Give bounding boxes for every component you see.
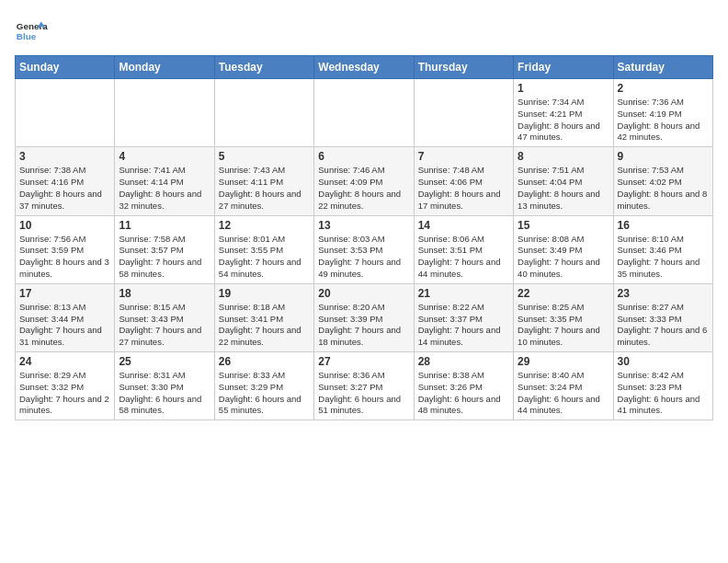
calendar-cell [115,79,214,147]
calendar: SundayMondayTuesdayWednesdayThursdayFrid… [15,55,713,420]
calendar-cell: 13Sunrise: 8:03 AMSunset: 3:53 PMDayligh… [314,215,414,283]
day-number: 16 [618,219,709,232]
day-number: 21 [418,287,509,300]
day-info: Sunrise: 8:15 AMSunset: 3:43 PMDaylight:… [119,302,210,349]
calendar-cell: 10Sunrise: 7:56 AMSunset: 3:59 PMDayligh… [16,215,115,283]
calendar-cell: 23Sunrise: 8:27 AMSunset: 3:33 PMDayligh… [613,283,712,351]
day-number: 29 [518,355,609,368]
calendar-cell [214,79,313,147]
calendar-cell: 12Sunrise: 8:01 AMSunset: 3:55 PMDayligh… [214,215,313,283]
day-number: 10 [19,219,110,232]
calendar-cell: 14Sunrise: 8:06 AMSunset: 3:51 PMDayligh… [414,215,513,283]
day-number: 22 [518,287,609,300]
day-info: Sunrise: 7:46 AMSunset: 4:09 PMDaylight:… [318,165,409,212]
calendar-cell: 6Sunrise: 7:46 AMSunset: 4:09 PMDaylight… [314,147,414,215]
day-number: 28 [418,355,509,368]
day-number: 9 [618,150,709,163]
day-info: Sunrise: 7:58 AMSunset: 3:57 PMDaylight:… [119,234,210,281]
day-number: 25 [119,355,210,368]
calendar-cell: 27Sunrise: 8:36 AMSunset: 3:27 PMDayligh… [314,352,414,420]
day-info: Sunrise: 7:48 AMSunset: 4:06 PMDaylight:… [418,165,509,212]
day-info: Sunrise: 8:29 AMSunset: 3:32 PMDaylight:… [19,370,110,417]
day-info: Sunrise: 8:42 AMSunset: 3:23 PMDaylight:… [618,370,709,417]
day-info: Sunrise: 8:33 AMSunset: 3:29 PMDaylight:… [219,370,310,417]
day-number: 1 [518,82,609,95]
weekday-header: Friday [514,56,613,79]
calendar-cell: 5Sunrise: 7:43 AMSunset: 4:11 PMDaylight… [214,147,313,215]
day-number: 18 [119,287,210,300]
day-info: Sunrise: 8:06 AMSunset: 3:51 PMDaylight:… [418,234,509,281]
calendar-cell [414,79,513,147]
day-info: Sunrise: 8:10 AMSunset: 3:46 PMDaylight:… [618,234,709,281]
calendar-cell: 7Sunrise: 7:48 AMSunset: 4:06 PMDaylight… [414,147,513,215]
day-number: 5 [219,150,310,163]
day-info: Sunrise: 8:22 AMSunset: 3:37 PMDaylight:… [418,302,509,349]
calendar-cell: 11Sunrise: 7:58 AMSunset: 3:57 PMDayligh… [115,215,214,283]
weekday-header: Monday [115,56,214,79]
calendar-cell [314,79,414,147]
calendar-cell [16,79,115,147]
day-info: Sunrise: 8:25 AMSunset: 3:35 PMDaylight:… [518,302,609,349]
calendar-cell: 15Sunrise: 8:08 AMSunset: 3:49 PMDayligh… [514,215,613,283]
day-info: Sunrise: 8:01 AMSunset: 3:55 PMDaylight:… [219,234,310,281]
day-number: 7 [418,150,509,163]
weekday-header: Wednesday [314,56,414,79]
calendar-cell: 24Sunrise: 8:29 AMSunset: 3:32 PMDayligh… [16,352,115,420]
day-info: Sunrise: 8:38 AMSunset: 3:26 PMDaylight:… [418,370,509,417]
day-info: Sunrise: 8:20 AMSunset: 3:39 PMDaylight:… [318,302,409,349]
day-info: Sunrise: 7:34 AMSunset: 4:21 PMDaylight:… [518,97,609,144]
day-info: Sunrise: 8:36 AMSunset: 3:27 PMDaylight:… [318,370,409,417]
day-info: Sunrise: 8:40 AMSunset: 3:24 PMDaylight:… [518,370,609,417]
weekday-header: Sunday [16,56,115,79]
day-number: 17 [19,287,110,300]
day-info: Sunrise: 7:41 AMSunset: 4:14 PMDaylight:… [119,165,210,212]
day-info: Sunrise: 7:43 AMSunset: 4:11 PMDaylight:… [219,165,310,212]
day-number: 30 [618,355,709,368]
calendar-cell: 9Sunrise: 7:53 AMSunset: 4:02 PMDaylight… [613,147,712,215]
calendar-cell: 21Sunrise: 8:22 AMSunset: 3:37 PMDayligh… [414,283,513,351]
day-number: 3 [19,150,110,163]
day-info: Sunrise: 7:38 AMSunset: 4:16 PMDaylight:… [19,165,110,212]
calendar-cell: 18Sunrise: 8:15 AMSunset: 3:43 PMDayligh… [115,283,214,351]
calendar-cell: 3Sunrise: 7:38 AMSunset: 4:16 PMDaylight… [16,147,115,215]
day-info: Sunrise: 8:31 AMSunset: 3:30 PMDaylight:… [119,370,210,417]
day-info: Sunrise: 8:03 AMSunset: 3:53 PMDaylight:… [318,234,409,281]
logo-icon: General Blue [15,15,48,48]
calendar-cell: 1Sunrise: 7:34 AMSunset: 4:21 PMDaylight… [514,79,613,147]
day-number: 26 [219,355,310,368]
day-number: 12 [219,219,310,232]
calendar-cell: 19Sunrise: 8:18 AMSunset: 3:41 PMDayligh… [214,283,313,351]
calendar-cell: 2Sunrise: 7:36 AMSunset: 4:19 PMDaylight… [613,79,712,147]
calendar-cell: 30Sunrise: 8:42 AMSunset: 3:23 PMDayligh… [613,352,712,420]
day-number: 14 [418,219,509,232]
day-info: Sunrise: 8:18 AMSunset: 3:41 PMDaylight:… [219,302,310,349]
day-info: Sunrise: 7:51 AMSunset: 4:04 PMDaylight:… [518,165,609,212]
weekday-header: Thursday [414,56,513,79]
day-number: 13 [318,219,409,232]
calendar-cell: 26Sunrise: 8:33 AMSunset: 3:29 PMDayligh… [214,352,313,420]
day-number: 6 [318,150,409,163]
day-number: 24 [19,355,110,368]
calendar-cell: 16Sunrise: 8:10 AMSunset: 3:46 PMDayligh… [613,215,712,283]
day-number: 19 [219,287,310,300]
calendar-cell: 29Sunrise: 8:40 AMSunset: 3:24 PMDayligh… [514,352,613,420]
day-number: 15 [518,219,609,232]
logo: General Blue [15,15,48,48]
calendar-cell: 20Sunrise: 8:20 AMSunset: 3:39 PMDayligh… [314,283,414,351]
calendar-cell: 4Sunrise: 7:41 AMSunset: 4:14 PMDaylight… [115,147,214,215]
calendar-cell: 17Sunrise: 8:13 AMSunset: 3:44 PMDayligh… [16,283,115,351]
weekday-header: Tuesday [214,56,313,79]
calendar-cell: 25Sunrise: 8:31 AMSunset: 3:30 PMDayligh… [115,352,214,420]
day-info: Sunrise: 7:53 AMSunset: 4:02 PMDaylight:… [618,165,709,212]
day-number: 23 [618,287,709,300]
day-number: 4 [119,150,210,163]
day-number: 27 [318,355,409,368]
day-number: 11 [119,219,210,232]
calendar-cell: 28Sunrise: 8:38 AMSunset: 3:26 PMDayligh… [414,352,513,420]
calendar-cell: 22Sunrise: 8:25 AMSunset: 3:35 PMDayligh… [514,283,613,351]
svg-text:Blue: Blue [17,31,37,41]
day-info: Sunrise: 7:36 AMSunset: 4:19 PMDaylight:… [618,97,709,144]
calendar-cell: 8Sunrise: 7:51 AMSunset: 4:04 PMDaylight… [514,147,613,215]
day-number: 20 [318,287,409,300]
day-number: 8 [518,150,609,163]
